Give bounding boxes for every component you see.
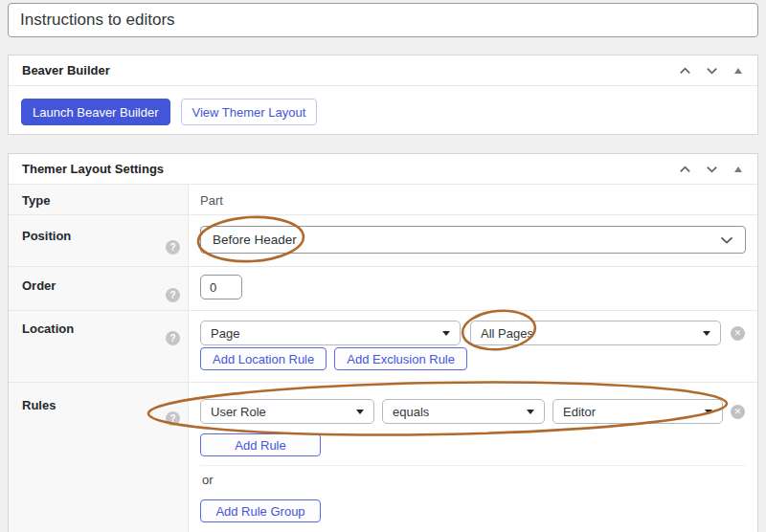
row-label-cell: Position ? <box>9 215 189 266</box>
row-label-cell: Rules ? <box>9 383 189 532</box>
position-label: Position <box>22 229 71 243</box>
launch-beaver-builder-button[interactable]: Launch Beaver Builder <box>21 99 170 125</box>
rule-field-select[interactable]: User Role <box>200 399 374 424</box>
location-rule-type-value: Page <box>211 326 239 341</box>
add-exclusion-rule-button[interactable]: Add Exclusion Rule <box>334 347 467 370</box>
row-value-cell <box>189 267 757 310</box>
rule-value-select[interactable]: Editor <box>552 399 723 424</box>
row-value-cell: Page All Pages ✕ Add Location Rule Add E… <box>189 311 757 382</box>
help-icon[interactable]: ? <box>166 240 180 255</box>
chevron-down-icon <box>720 236 733 244</box>
metabox-controls <box>673 59 750 82</box>
add-rule-button[interactable]: Add Rule <box>200 433 321 456</box>
beaver-builder-panel: Beaver Builder Launch Beaver Builder Vie… <box>8 55 758 135</box>
rule-operator-value: equals <box>393 405 429 419</box>
chevron-down-icon <box>706 67 718 75</box>
move-up-button[interactable] <box>673 158 696 181</box>
order-label: Order <box>22 278 56 293</box>
view-themer-layout-button[interactable]: View Themer Layout <box>181 99 318 125</box>
settings-row-type: Type Part <box>9 185 757 215</box>
row-value-cell: Before Header <box>189 215 757 266</box>
location-label: Location <box>22 321 74 336</box>
remove-location-rule-icon[interactable]: ✕ <box>731 326 745 341</box>
metabox-controls <box>673 158 750 181</box>
toggle-panel-icon <box>734 68 742 74</box>
order-input[interactable] <box>200 275 242 299</box>
title-input[interactable] <box>8 3 758 37</box>
dropdown-caret-icon <box>527 410 534 414</box>
themer-settings-panel-header: Themer Layout Settings <box>9 154 757 185</box>
move-down-button[interactable] <box>700 158 723 181</box>
row-label-cell: Type <box>9 185 189 214</box>
toggle-panel-button[interactable] <box>727 59 750 82</box>
beaver-builder-panel-header: Beaver Builder <box>9 55 757 86</box>
position-select-value: Before Header <box>213 233 297 247</box>
panel-title: Beaver Builder <box>22 63 673 78</box>
beaver-builder-panel-body: Launch Beaver Builder View Themer Layout <box>9 86 757 138</box>
move-down-button[interactable] <box>700 59 723 82</box>
location-rule-value-value: All Pages <box>481 326 533 341</box>
help-icon[interactable]: ? <box>166 411 180 426</box>
type-value: Part <box>200 185 746 208</box>
help-icon[interactable]: ? <box>166 288 180 302</box>
rules-label: Rules <box>22 398 56 412</box>
settings-row-rules: Rules ? User Role equals Editor ✕ Add R <box>9 383 757 532</box>
dropdown-caret-icon <box>442 331 450 336</box>
row-label-cell: Location ? <box>9 311 189 382</box>
dropdown-caret-icon <box>356 410 364 414</box>
add-rule-group-button[interactable]: Add Rule Group <box>200 499 321 522</box>
chevron-down-icon <box>706 166 718 173</box>
row-label-cell: Order ? <box>9 267 189 310</box>
dropdown-caret-icon <box>705 410 712 414</box>
settings-row-position: Position ? Before Header <box>9 215 757 267</box>
toggle-panel-icon <box>734 166 742 172</box>
or-text: or <box>200 473 746 487</box>
panel-title: Themer Layout Settings <box>22 162 673 176</box>
help-icon[interactable]: ? <box>166 331 180 345</box>
move-up-button[interactable] <box>673 59 696 82</box>
rule-operator-select[interactable]: equals <box>382 399 545 424</box>
divider <box>200 465 746 466</box>
position-select[interactable]: Before Header <box>200 226 746 254</box>
add-location-rule-button[interactable]: Add Location Rule <box>200 347 327 370</box>
remove-rule-icon[interactable]: ✕ <box>731 405 745 419</box>
rule-field-value: User Role <box>211 405 266 419</box>
dropdown-caret-icon <box>703 331 710 336</box>
rule-value-value: Editor <box>563 405 596 419</box>
settings-row-order: Order ? <box>9 267 757 311</box>
location-rule-value-select[interactable]: All Pages <box>470 321 721 345</box>
type-label: Type <box>22 193 50 208</box>
settings-row-location: Location ? Page All Pages ✕ Add Location… <box>9 311 757 383</box>
row-value-cell: User Role equals Editor ✕ Add Rule or Ad… <box>189 383 757 532</box>
row-value-cell: Part <box>189 185 757 214</box>
themer-layout-settings-panel: Themer Layout Settings Type Part Positio… <box>8 153 758 532</box>
chevron-up-icon <box>679 67 691 75</box>
location-rule-type-select[interactable]: Page <box>200 321 461 345</box>
toggle-panel-button[interactable] <box>727 158 750 181</box>
chevron-up-icon <box>679 166 691 173</box>
